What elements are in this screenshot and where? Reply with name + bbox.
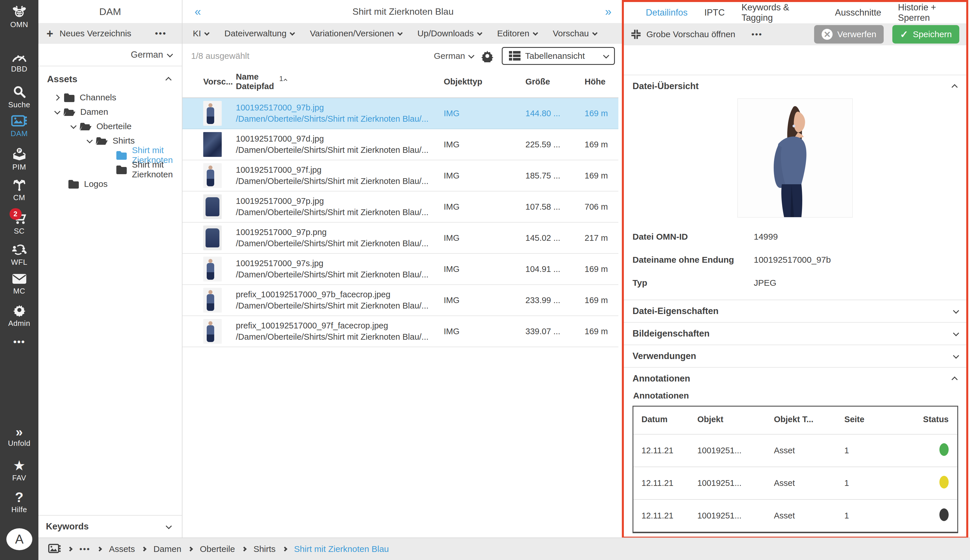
dam-media-icon — [11, 115, 27, 128]
chevron-right-icon[interactable] — [54, 94, 60, 100]
breadcrumb-damen[interactable]: Damen — [153, 544, 181, 554]
tab-detailinfos[interactable]: Detailinfos — [646, 7, 687, 18]
breadcrumb-current[interactable]: Shirt mit Zierknoten Blau — [294, 544, 389, 554]
rail-item-admin[interactable]: Admin — [0, 303, 38, 328]
menu-variationen-versionen[interactable]: Variationen/Versionen — [310, 28, 401, 38]
breadcrumb-more[interactable]: ••• — [79, 545, 90, 554]
detail-panel: Detailinfos IPTC Keywords & Tagging Auss… — [622, 0, 968, 539]
folder-icon — [116, 165, 127, 174]
rail-item-more[interactable]: ••• — [0, 336, 38, 347]
breadcrumb-shirts[interactable]: Shirts — [253, 544, 276, 554]
tab-keywords-tagging[interactable]: Keywords & Tagging — [741, 2, 818, 23]
tab-ausschnitte[interactable]: Ausschnitte — [835, 7, 881, 18]
file-row-selected[interactable]: 100192517000_97b.jpg/Damen/Oberteile/Shi… — [182, 98, 618, 129]
file-row[interactable]: 100192517000_97p.png/Damen/Oberteile/Shi… — [182, 222, 618, 253]
rail-item-dam[interactable]: DAM — [0, 115, 38, 138]
prev-page-button[interactable]: « — [195, 5, 201, 18]
rail-label: PIM — [12, 163, 26, 172]
column-header-name-path[interactable]: Name Dateipfad 1 — [236, 68, 444, 98]
file-row[interactable]: prefix_100192517000_97b_facecrop.jpeg/Da… — [182, 285, 618, 316]
view-mode-select[interactable]: Tabellenansicht — [502, 47, 615, 65]
next-page-button[interactable]: » — [605, 5, 611, 18]
annotations-header[interactable]: Annotationen — [632, 368, 958, 390]
rail-item-unfold[interactable]: » Unfold — [0, 426, 38, 448]
file-table-header-row: Vorsc... Name Dateipfad 1 Objekttyp Größ… — [182, 68, 618, 98]
keywords-panel-header[interactable]: Keywords — [38, 515, 182, 538]
menu-up-downloads[interactable]: Up/Downloads — [417, 28, 481, 38]
discard-button[interactable]: ✕ Verwerfen — [814, 25, 884, 43]
list-title: Shirt mit Zierknoten Blau — [201, 6, 605, 17]
annotation-row[interactable]: 12.11.21 10019251... Asset 1 — [633, 467, 958, 500]
column-header-height[interactable]: Höhe — [585, 68, 618, 98]
rail-item-pim[interactable]: P PIM — [0, 148, 38, 172]
file-row[interactable]: prefix_100192517000_97f_facecrop.jpeg/Da… — [182, 316, 618, 347]
rail-item-cm[interactable]: CM — [0, 179, 38, 202]
list-header: « Shirt mit Zierknoten Blau » — [182, 0, 624, 23]
image-properties-header[interactable]: Bildeigenschaften — [632, 323, 958, 345]
question-icon: ? — [15, 491, 23, 504]
chevron-down-icon[interactable] — [70, 123, 77, 128]
chevron-down-icon[interactable] — [87, 137, 93, 143]
save-button[interactable]: ✓ Speichern — [892, 25, 959, 43]
annotations-header-row: Datum Objekt Objekt T... Seite Status — [633, 406, 958, 435]
new-folder-button[interactable]: Neues Verzeichnis — [59, 28, 131, 38]
file-row[interactable]: 100192517000_97p.jpg/Damen/Oberteile/Shi… — [182, 191, 618, 222]
column-header-preview[interactable]: Vorsc... — [182, 68, 236, 98]
annotations-section: Annotationen Annotationen Datum Objekt O… — [624, 367, 966, 533]
selection-status: 1/8 ausgewählt — [191, 51, 249, 61]
gear-icon[interactable] — [481, 50, 493, 62]
menu-dateiverwaltung[interactable]: Dateiverwaltung — [224, 28, 294, 38]
tab-iptc[interactable]: IPTC — [704, 7, 725, 18]
file-row[interactable]: 100192517000_97d.jpg/Damen/Oberteile/Shi… — [182, 129, 618, 160]
file-row[interactable]: 100192517000_97s.jpg/Damen/Oberteile/Shi… — [182, 253, 618, 285]
cm-share-icon — [12, 179, 26, 192]
rail-label: Suche — [8, 100, 30, 109]
breadcrumb-oberteile[interactable]: Oberteile — [200, 544, 235, 554]
rail-item-mc[interactable]: MC — [0, 273, 38, 295]
tree-node-oberteile[interactable]: Oberteile — [38, 119, 182, 133]
folder-open-icon — [64, 107, 75, 117]
panel-title: DAM — [38, 0, 182, 23]
breadcrumb-media-icon[interactable] — [48, 543, 61, 555]
user-avatar[interactable]: A — [6, 528, 32, 550]
annotation-row[interactable]: 12.11.21 10019251... Asset 1 — [633, 500, 958, 533]
tree-node-damen[interactable]: Damen — [38, 105, 182, 119]
menu-editoren[interactable]: Editoren — [497, 28, 537, 38]
chevron-down-icon[interactable] — [54, 108, 60, 114]
usages-header[interactable]: Verwendungen — [632, 345, 958, 367]
tree-node-channels[interactable]: Channels — [38, 90, 182, 105]
rail-item-sc[interactable]: 2 SC — [0, 212, 38, 236]
list-subbar: 1/8 ausgewählt German Tabellenansicht — [182, 44, 624, 68]
rail-label: WFL — [11, 258, 27, 267]
rail-item-wfl[interactable]: WFL — [0, 244, 38, 267]
assets-section-header[interactable]: Assets — [38, 66, 182, 87]
view-mode-value: Tabellenansicht — [525, 51, 585, 61]
status-dot-green — [939, 443, 948, 456]
menu-vorschau[interactable]: Vorschau — [553, 28, 596, 38]
dashboard-gauge-icon — [12, 52, 27, 63]
open-rough-preview-button[interactable]: Grobe Vorschau öffnen — [631, 29, 735, 40]
list-language-dropdown[interactable]: German — [434, 51, 473, 61]
rail-item-omn[interactable]: OMN — [0, 5, 38, 29]
tab-historie-sperren[interactable]: Historie + Sperren — [898, 2, 966, 23]
rail-item-suche[interactable]: Suche — [0, 85, 38, 109]
rail-label: Unfold — [8, 439, 30, 448]
column-header-size[interactable]: Größe — [525, 68, 585, 98]
menu-ki[interactable]: KI — [193, 28, 208, 38]
rail-item-fav[interactable]: ★ FAV — [0, 459, 38, 482]
rail-item-hilfe[interactable]: ? Hilfe — [0, 491, 38, 514]
annotation-row[interactable]: 12.11.21 10019251... Asset 1 — [633, 434, 958, 467]
file-properties-header[interactable]: Datei-Eigenschaften — [632, 300, 958, 322]
chevron-up-icon — [166, 77, 172, 83]
tree-language-dropdown[interactable]: German — [38, 44, 182, 66]
breadcrumb-assets[interactable]: Assets — [109, 544, 135, 554]
folder-icon — [116, 150, 127, 160]
tree-node-shirt-mit-zierknoten[interactable]: Shirt mit Zierknoten — [38, 162, 182, 177]
tree-more-button[interactable]: ••• — [155, 28, 167, 38]
asset-preview-image[interactable] — [738, 99, 852, 217]
file-overview-header[interactable]: Datei-Übersicht — [632, 75, 958, 97]
detail-more-button[interactable]: ••• — [751, 30, 763, 39]
column-header-type[interactable]: Objekttyp — [444, 68, 525, 98]
file-row[interactable]: 100192517000_97f.jpg/Damen/Oberteile/Shi… — [182, 160, 618, 191]
rail-item-dbd[interactable]: DBD — [0, 52, 38, 73]
